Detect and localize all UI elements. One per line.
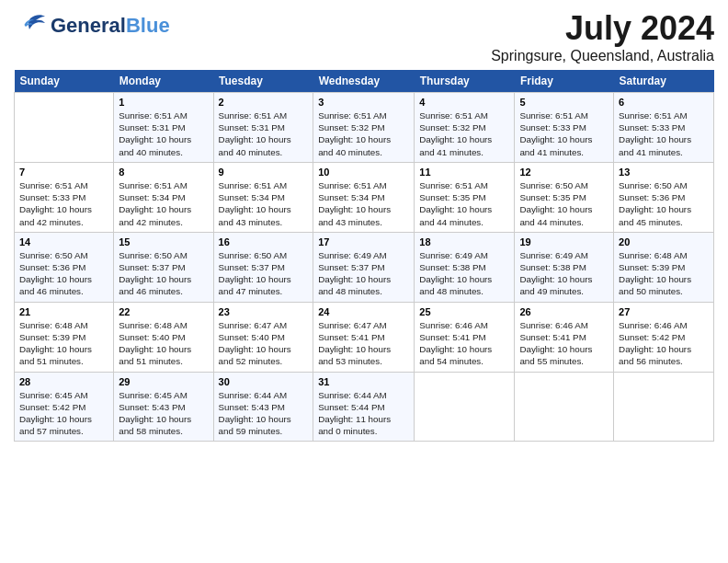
day-number: 25 [419, 306, 509, 317]
table-row: 26Sunrise: 6:46 AMSunset: 5:41 PMDayligh… [515, 302, 614, 372]
day-number: 16 [219, 236, 309, 247]
day-number: 14 [19, 236, 108, 247]
day-info: Sunrise: 6:51 AMSunset: 5:35 PMDaylight:… [419, 179, 509, 228]
calendar-title: July 2024 [491, 9, 714, 48]
day-info: Sunrise: 6:46 AMSunset: 5:41 PMDaylight:… [519, 319, 609, 368]
table-row [614, 372, 714, 442]
day-info: Sunrise: 6:51 AMSunset: 5:34 PMDaylight:… [219, 179, 309, 228]
table-row: 1Sunrise: 6:51 AMSunset: 5:31 PMDaylight… [114, 93, 213, 163]
day-info: Sunrise: 6:47 AMSunset: 5:41 PMDaylight:… [318, 319, 409, 368]
logo-icon [14, 9, 47, 42]
day-number: 23 [219, 306, 309, 317]
page-container: General Blue July 2024 Springsure, Queen… [0, 0, 728, 446]
calendar-header-row: Sunday Monday Tuesday Wednesday Thursday… [15, 70, 714, 93]
day-number: 8 [119, 167, 208, 178]
day-number: 18 [419, 236, 509, 247]
day-info: Sunrise: 6:50 AMSunset: 5:37 PMDaylight:… [219, 249, 309, 298]
col-wednesday: Wednesday [313, 70, 415, 93]
table-row: 25Sunrise: 6:46 AMSunset: 5:41 PMDayligh… [415, 302, 515, 372]
day-number: 30 [219, 376, 309, 387]
day-number: 24 [318, 306, 409, 317]
table-row: 16Sunrise: 6:50 AMSunset: 5:37 PMDayligh… [213, 232, 313, 302]
table-row: 22Sunrise: 6:48 AMSunset: 5:40 PMDayligh… [114, 302, 213, 372]
day-number: 19 [519, 236, 609, 247]
table-row: 31Sunrise: 6:44 AMSunset: 5:44 PMDayligh… [313, 372, 415, 442]
day-info: Sunrise: 6:44 AMSunset: 5:44 PMDaylight:… [318, 389, 409, 438]
table-row: 20Sunrise: 6:48 AMSunset: 5:39 PMDayligh… [614, 232, 714, 302]
table-row: 5Sunrise: 6:51 AMSunset: 5:33 PMDaylight… [515, 93, 614, 163]
day-info: Sunrise: 6:51 AMSunset: 5:33 PMDaylight:… [619, 109, 709, 158]
day-number: 15 [119, 236, 208, 247]
day-info: Sunrise: 6:51 AMSunset: 5:34 PMDaylight:… [119, 179, 208, 228]
title-block: July 2024 Springsure, Queensland, Austra… [491, 9, 714, 64]
col-friday: Friday [515, 70, 614, 93]
logo: General Blue [14, 9, 170, 42]
table-row: 12Sunrise: 6:50 AMSunset: 5:35 PMDayligh… [515, 162, 614, 232]
table-row: 30Sunrise: 6:44 AMSunset: 5:43 PMDayligh… [213, 372, 313, 442]
table-row: 7Sunrise: 6:51 AMSunset: 5:33 PMDaylight… [15, 162, 114, 232]
day-info: Sunrise: 6:49 AMSunset: 5:38 PMDaylight:… [419, 249, 509, 298]
day-number: 11 [419, 167, 509, 178]
day-number: 26 [519, 306, 609, 317]
day-number: 22 [119, 306, 208, 317]
calendar-week-row: 21Sunrise: 6:48 AMSunset: 5:39 PMDayligh… [15, 302, 714, 372]
table-row: 3Sunrise: 6:51 AMSunset: 5:32 PMDaylight… [313, 93, 415, 163]
day-number: 3 [318, 97, 409, 108]
day-info: Sunrise: 6:51 AMSunset: 5:31 PMDaylight:… [119, 109, 208, 158]
table-row: 18Sunrise: 6:49 AMSunset: 5:38 PMDayligh… [415, 232, 515, 302]
calendar-subtitle: Springsure, Queensland, Australia [491, 48, 714, 64]
calendar-table: Sunday Monday Tuesday Wednesday Thursday… [14, 70, 714, 442]
day-info: Sunrise: 6:44 AMSunset: 5:43 PMDaylight:… [219, 389, 309, 438]
day-number: 4 [419, 97, 509, 108]
table-row: 13Sunrise: 6:50 AMSunset: 5:36 PMDayligh… [614, 162, 714, 232]
calendar-week-row: 7Sunrise: 6:51 AMSunset: 5:33 PMDaylight… [15, 162, 714, 232]
day-number: 17 [318, 236, 409, 247]
table-row: 14Sunrise: 6:50 AMSunset: 5:36 PMDayligh… [15, 232, 114, 302]
day-info: Sunrise: 6:51 AMSunset: 5:33 PMDaylight:… [19, 179, 108, 228]
day-number: 1 [119, 97, 208, 108]
table-row: 28Sunrise: 6:45 AMSunset: 5:42 PMDayligh… [15, 372, 114, 442]
table-row: 17Sunrise: 6:49 AMSunset: 5:37 PMDayligh… [313, 232, 415, 302]
day-number: 21 [19, 306, 108, 317]
table-row: 8Sunrise: 6:51 AMSunset: 5:34 PMDaylight… [114, 162, 213, 232]
table-row [515, 372, 614, 442]
day-number: 27 [619, 306, 709, 317]
table-row: 24Sunrise: 6:47 AMSunset: 5:41 PMDayligh… [313, 302, 415, 372]
day-number: 13 [619, 167, 709, 178]
logo-blue: Blue [126, 14, 170, 38]
col-tuesday: Tuesday [213, 70, 313, 93]
day-info: Sunrise: 6:50 AMSunset: 5:37 PMDaylight:… [119, 249, 208, 298]
day-number: 12 [519, 167, 609, 178]
day-number: 20 [619, 236, 709, 247]
day-info: Sunrise: 6:48 AMSunset: 5:39 PMDaylight:… [619, 249, 709, 298]
day-number: 9 [219, 167, 309, 178]
col-sunday: Sunday [15, 70, 114, 93]
day-info: Sunrise: 6:48 AMSunset: 5:40 PMDaylight:… [119, 319, 208, 368]
calendar-week-row: 14Sunrise: 6:50 AMSunset: 5:36 PMDayligh… [15, 232, 714, 302]
table-row: 23Sunrise: 6:47 AMSunset: 5:40 PMDayligh… [213, 302, 313, 372]
table-row: 11Sunrise: 6:51 AMSunset: 5:35 PMDayligh… [415, 162, 515, 232]
table-row: 21Sunrise: 6:48 AMSunset: 5:39 PMDayligh… [15, 302, 114, 372]
table-row: 29Sunrise: 6:45 AMSunset: 5:43 PMDayligh… [114, 372, 213, 442]
col-monday: Monday [114, 70, 213, 93]
day-info: Sunrise: 6:46 AMSunset: 5:41 PMDaylight:… [419, 319, 509, 368]
day-number: 31 [318, 376, 409, 387]
day-info: Sunrise: 6:51 AMSunset: 5:32 PMDaylight:… [419, 109, 509, 158]
table-row [415, 372, 515, 442]
day-info: Sunrise: 6:51 AMSunset: 5:33 PMDaylight:… [519, 109, 609, 158]
table-row: 2Sunrise: 6:51 AMSunset: 5:31 PMDaylight… [213, 93, 313, 163]
table-row [15, 93, 114, 163]
day-number: 6 [619, 97, 709, 108]
calendar-week-row: 1Sunrise: 6:51 AMSunset: 5:31 PMDaylight… [15, 93, 714, 163]
day-info: Sunrise: 6:46 AMSunset: 5:42 PMDaylight:… [619, 319, 709, 368]
day-info: Sunrise: 6:45 AMSunset: 5:42 PMDaylight:… [19, 389, 108, 438]
day-number: 7 [19, 167, 108, 178]
logo-general: General [51, 14, 126, 38]
col-thursday: Thursday [415, 70, 515, 93]
table-row: 9Sunrise: 6:51 AMSunset: 5:34 PMDaylight… [213, 162, 313, 232]
day-info: Sunrise: 6:51 AMSunset: 5:32 PMDaylight:… [318, 109, 409, 158]
day-info: Sunrise: 6:51 AMSunset: 5:34 PMDaylight:… [318, 179, 409, 228]
table-row: 27Sunrise: 6:46 AMSunset: 5:42 PMDayligh… [614, 302, 714, 372]
day-info: Sunrise: 6:50 AMSunset: 5:36 PMDaylight:… [619, 179, 709, 228]
day-info: Sunrise: 6:48 AMSunset: 5:39 PMDaylight:… [19, 319, 108, 368]
